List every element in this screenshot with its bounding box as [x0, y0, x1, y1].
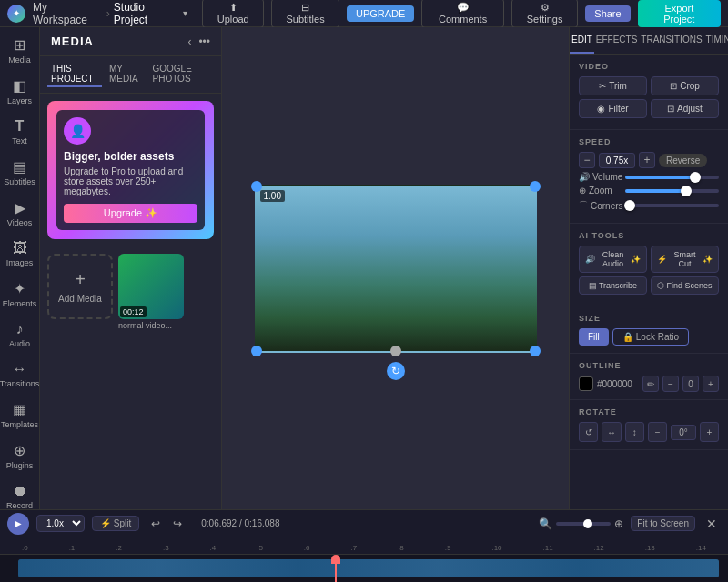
outline-color-swatch[interactable]: [579, 376, 593, 391]
canvas-handle-bc[interactable]: [390, 346, 401, 356]
playhead[interactable]: [335, 559, 337, 582]
canvas-handle-bl[interactable]: [251, 346, 262, 356]
reverse-toggle[interactable]: Reverse: [659, 154, 707, 167]
zoom-slider-timeline[interactable]: [556, 522, 611, 526]
media-thumbnail[interactable]: 00:12 normal video...: [118, 254, 184, 330]
redo-button[interactable]: ↪: [168, 515, 187, 533]
canvas-video-wrapper: 1.00 ↻: [255, 185, 537, 353]
project-dropdown-icon[interactable]: ▾: [183, 8, 187, 18]
fit-to-screen-button[interactable]: Fit to Screen: [631, 516, 695, 531]
sidebar-label-record: Record: [6, 501, 33, 510]
undo-button[interactable]: ↩: [147, 515, 165, 533]
adjust-icon: ⊡: [667, 104, 674, 114]
outline-minus-button[interactable]: −: [662, 376, 679, 392]
outline-edit-icon[interactable]: ✏: [642, 376, 659, 392]
zoom-in-icon[interactable]: ⊕: [614, 517, 623, 530]
volume-slider[interactable]: [625, 176, 719, 179]
find-scenes-button[interactable]: ⬡ Find Scenes: [651, 276, 719, 295]
media-collapse-icon[interactable]: ‹: [187, 35, 191, 48]
sidebar-item-images[interactable]: 🖼 Images: [2, 235, 38, 273]
templates-icon: ▦: [13, 401, 26, 418]
canvas-handle-tl[interactable]: [251, 181, 262, 192]
canvas-handle-tr[interactable]: [530, 181, 541, 192]
timeline-track-main[interactable]: [18, 559, 719, 577]
canvas-video[interactable]: 1.00: [255, 185, 537, 353]
crop-button[interactable]: ⊡ Crop: [651, 76, 719, 95]
tab-timing[interactable]: TIMING: [704, 27, 728, 54]
sidebar-item-text[interactable]: T Text: [2, 113, 38, 151]
lock-ratio-button[interactable]: 🔒 Lock Ratio: [612, 328, 689, 346]
speed-value[interactable]: 0.75x: [599, 153, 635, 168]
rotate-plus-button[interactable]: +: [700, 422, 719, 442]
comments-button[interactable]: 💬 Comments: [421, 0, 503, 28]
subtitles-button[interactable]: ⊟ Subtitles: [271, 0, 339, 28]
ai-tools-section: AI TOOLS 🔊 Clean Audio ✨ ⚡ Smart Cut ✨ ▤…: [570, 224, 728, 306]
play-button[interactable]: ▶: [7, 513, 29, 535]
adjust-button[interactable]: ⊡ Adjust: [651, 99, 719, 118]
rotate-minus-button[interactable]: −: [648, 422, 667, 442]
sidebar-item-videos[interactable]: ▶ Videos: [2, 194, 38, 233]
upgrade-button[interactable]: UPGRADE: [347, 5, 414, 22]
sidebar-item-audio[interactable]: ♪ Audio: [2, 316, 38, 354]
sidebar-item-media[interactable]: ⊞ Media: [2, 31, 38, 70]
transcribe-icon: ▤: [589, 281, 597, 290]
flip-v-button[interactable]: ↕: [625, 422, 644, 442]
tab-this-project[interactable]: THIS PROJECT: [47, 62, 102, 87]
corners-slider[interactable]: [625, 204, 719, 207]
clean-audio-sparkle: ✨: [631, 255, 641, 264]
tab-transitions[interactable]: TRANSITIONS: [639, 27, 703, 54]
canvas-handle-br[interactable]: [530, 346, 541, 356]
images-icon: 🖼: [13, 240, 27, 256]
speed-plus-button[interactable]: +: [639, 152, 655, 168]
trim-button[interactable]: ✂ Trim: [579, 76, 647, 95]
sidebar-item-transitions[interactable]: ↔ Transitions: [2, 356, 38, 394]
split-button[interactable]: ⚡ Split: [92, 516, 139, 531]
settings-button[interactable]: ⚙ Settings: [511, 0, 578, 28]
sidebar-item-plugins[interactable]: ⊕ Plugins: [2, 436, 38, 476]
share-button[interactable]: Share: [585, 5, 630, 22]
flip-h-button[interactable]: ↔: [602, 422, 621, 442]
sidebar-item-subtitles[interactable]: ▤ Subtitles: [2, 153, 38, 192]
smart-cut-button[interactable]: ⚡ Smart Cut ✨: [651, 246, 719, 273]
close-timeline-button[interactable]: ✕: [703, 515, 721, 533]
upload-button[interactable]: ⬆ Upload: [202, 0, 264, 28]
upgrade-card-button[interactable]: Upgrade ✨: [64, 204, 197, 223]
sidebar-item-templates[interactable]: ▦ Templates: [2, 396, 38, 435]
clean-audio-button[interactable]: 🔊 Clean Audio ✨: [579, 246, 647, 273]
ruler-mark-9: :9: [445, 544, 451, 554]
zoom-slider[interactable]: [625, 189, 719, 193]
sidebar-item-record[interactable]: ⏺ Record: [2, 477, 38, 516]
rotate-ccw-button[interactable]: ↺: [579, 422, 598, 442]
outline-row: #000000 ✏ − 0 +: [579, 376, 719, 392]
canvas-rotate-handle[interactable]: ↻: [387, 362, 405, 380]
sidebar-item-layers[interactable]: ◧ Layers: [2, 72, 38, 111]
speed-selector[interactable]: 1.0x 0.5x 2.0x: [36, 515, 85, 532]
zoom-out-icon[interactable]: 🔍: [539, 517, 552, 530]
audio-icon: ♪: [16, 321, 24, 337]
tab-edit[interactable]: EDIT: [570, 27, 594, 54]
outline-section: OUTLINE #000000 ✏ − 0 +: [570, 354, 728, 400]
video-btn-row-2: ◉ Filter ⊡ Adjust: [579, 99, 719, 118]
ruler-mark-6: :6: [304, 544, 310, 554]
speed-minus-button[interactable]: −: [579, 152, 595, 168]
text-icon: T: [15, 118, 25, 135]
transcribe-button[interactable]: ▤ Transcribe: [579, 276, 647, 295]
rotate-section: ROTATE ↺ ↔ ↕ − 0° +: [570, 400, 728, 450]
media-header-actions: ‹ •••: [187, 35, 210, 48]
filter-button[interactable]: ◉ Filter: [579, 99, 647, 118]
sidebar-label-elements: Elements: [3, 299, 37, 308]
tab-effects[interactable]: EFFECTS: [594, 27, 640, 54]
export-button[interactable]: Export Project: [638, 0, 721, 27]
plugins-icon: ⊕: [14, 442, 25, 459]
add-media-button[interactable]: + Add Media: [47, 254, 113, 319]
rotate-value[interactable]: 0°: [671, 425, 695, 440]
media-more-icon[interactable]: •••: [198, 35, 210, 48]
outline-value: 0: [682, 376, 699, 392]
sidebar-label-layers: Layers: [7, 96, 32, 105]
tab-my-media[interactable]: MY MEDIA: [106, 62, 145, 87]
fill-button[interactable]: Fill: [579, 328, 609, 346]
ruler-mark-0: :0: [22, 544, 28, 554]
outline-plus-button[interactable]: +: [703, 376, 719, 392]
tab-google-photos[interactable]: GOOGLE PHOTOS: [149, 62, 215, 87]
sidebar-item-elements[interactable]: ✦ Elements: [2, 275, 38, 314]
